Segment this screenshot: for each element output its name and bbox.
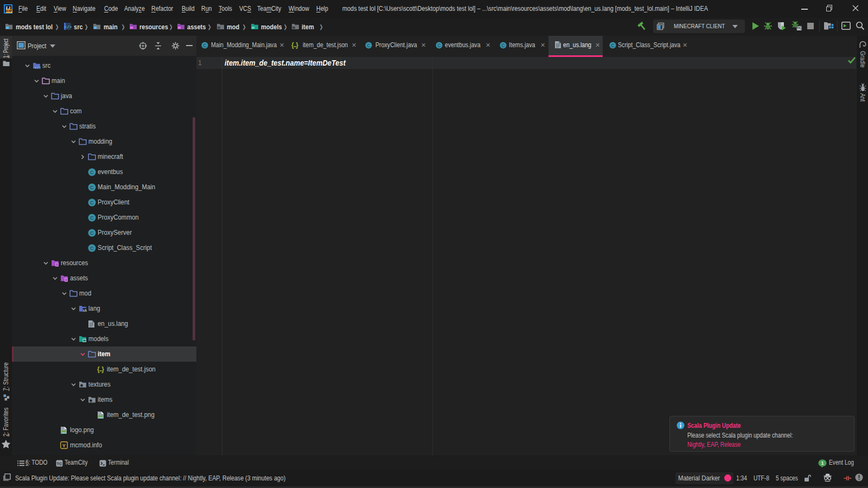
svg-text:C: C <box>90 169 94 175</box>
svg-text:C: C <box>367 43 371 48</box>
svg-text:C: C <box>90 215 94 221</box>
svg-text:C: C <box>203 43 207 48</box>
svg-text:C: C <box>90 200 94 206</box>
svg-text:C: C <box>90 184 94 190</box>
svg-text:C: C <box>611 43 615 48</box>
svg-text:xA: xA <box>82 309 87 312</box>
svg-text:C: C <box>90 230 94 236</box>
svg-text:C: C <box>438 43 441 48</box>
svg-text:C: C <box>502 43 505 48</box>
svg-text:Y: Y <box>62 442 66 448</box>
svg-text:C: C <box>90 245 94 251</box>
svg-text:TC: TC <box>57 461 63 466</box>
svg-text:TC: TC <box>797 26 802 30</box>
svg-text:</>: </> <box>34 66 41 70</box>
svg-text:</>: </> <box>64 24 72 29</box>
svg-text:1: 1 <box>821 460 824 466</box>
